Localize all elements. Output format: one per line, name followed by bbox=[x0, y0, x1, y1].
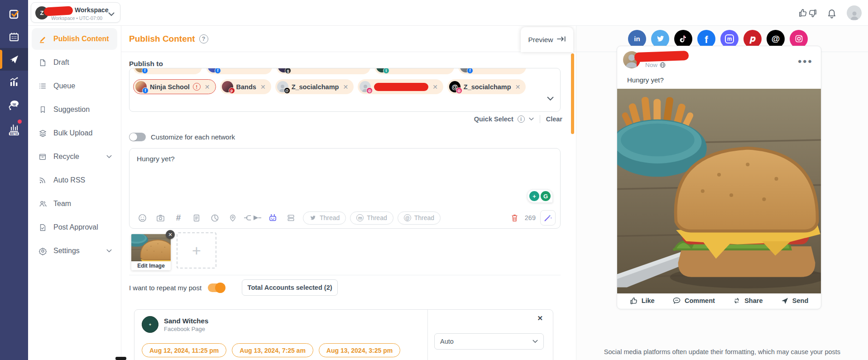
sidebar-item-post-approval[interactable]: Post Approval bbox=[32, 216, 117, 238]
hashtag-icon[interactable]: # bbox=[170, 210, 187, 226]
rail-item-compose[interactable] bbox=[0, 3, 28, 25]
threads-thread-button[interactable]: @ Thread bbox=[398, 211, 441, 225]
help-icon[interactable]: ? bbox=[199, 34, 208, 43]
remove-account-icon[interactable]: ✕ bbox=[432, 83, 439, 91]
camera-icon[interactable] bbox=[152, 210, 168, 226]
sidebar-item-suggestion[interactable]: Suggestion bbox=[32, 99, 117, 120]
rss-icon bbox=[38, 176, 47, 184]
sidebar-item-draft[interactable]: Draft bbox=[32, 52, 117, 73]
sidebar-item-publish-content[interactable]: Publish Content bbox=[32, 28, 117, 50]
platform-tab-mastodon[interactable]: m bbox=[720, 30, 739, 48]
customize-toggle[interactable] bbox=[129, 133, 146, 141]
composer-textarea[interactable]: Hungry yet? bbox=[137, 155, 528, 182]
twitter-thread-button[interactable]: Thread bbox=[303, 211, 346, 225]
like-button[interactable]: Like bbox=[630, 297, 655, 305]
platform-tab-facebook[interactable]: f bbox=[697, 30, 715, 48]
sidebar-item-auto-rss[interactable]: Auto RSS bbox=[32, 169, 117, 191]
remove-image-icon[interactable]: ✕ bbox=[166, 230, 175, 239]
location-pin-icon[interactable] bbox=[225, 210, 241, 226]
edit-image-label[interactable]: Edit Image bbox=[131, 261, 171, 270]
attached-image-thumbnail[interactable]: Edit Image ✕ bbox=[131, 234, 171, 270]
schedule-mode-select[interactable]: Auto bbox=[434, 333, 544, 350]
sidebar-item-settings[interactable]: Settings bbox=[32, 240, 117, 262]
schedule-date-chip[interactable]: Aug 13, 2024, 7:25 am bbox=[232, 343, 313, 357]
quick-select-label[interactable]: Quick Select bbox=[474, 115, 513, 123]
remove-account-icon[interactable]: ✕ bbox=[204, 83, 211, 91]
instagram-icon bbox=[794, 34, 804, 43]
user-avatar[interactable] bbox=[847, 5, 862, 20]
schedule-date-chip[interactable]: Aug 13, 2024, 3:25 pm bbox=[319, 343, 400, 357]
account-chip-partial[interactable]: f bbox=[206, 68, 272, 74]
ai-wand-button[interactable] bbox=[540, 210, 556, 226]
rail-item-publish[interactable] bbox=[0, 48, 28, 71]
emoji-icon[interactable] bbox=[134, 210, 150, 226]
account-chip-label: Z_socialchamp bbox=[292, 83, 339, 91]
utm-link-icon[interactable] bbox=[243, 210, 263, 226]
paper-plane-icon bbox=[9, 54, 19, 65]
platform-tab-instagram[interactable] bbox=[790, 30, 808, 48]
chevron-down-icon[interactable] bbox=[529, 117, 534, 121]
account-chip-redacted[interactable]: ◎ ✕ bbox=[358, 79, 443, 94]
account-chip-partial[interactable]: f bbox=[458, 68, 526, 74]
schedule-date-chip[interactable]: Aug 12, 2024, 11:25 pm bbox=[142, 343, 226, 357]
remove-account-icon[interactable]: ✕ bbox=[259, 83, 267, 91]
sidebar-item-queue[interactable]: Queue bbox=[32, 75, 117, 97]
thread-button-label: Thread bbox=[367, 214, 387, 221]
compose-checkbox-icon bbox=[8, 8, 20, 20]
account-chip-partial[interactable]: g bbox=[276, 68, 370, 74]
comment-button[interactable]: Comment bbox=[672, 297, 715, 305]
sidebar-item-team[interactable]: Team bbox=[32, 193, 117, 215]
document-check-icon bbox=[38, 223, 47, 232]
notes-icon[interactable] bbox=[188, 210, 205, 226]
post-options-icon[interactable]: ●●● bbox=[798, 57, 813, 65]
trash-icon[interactable] bbox=[509, 210, 520, 226]
platform-tab-pinterest[interactable]: 𝒑 bbox=[743, 30, 762, 48]
account-chip-z-socialchamp-instagram[interactable]: @◎ Z_socialchamp ✕ bbox=[447, 79, 526, 94]
platform-tab-twitter[interactable] bbox=[651, 30, 669, 48]
warning-icon[interactable]: ! bbox=[193, 83, 201, 91]
remove-account-icon[interactable]: ✕ bbox=[342, 83, 349, 91]
account-chip-bands[interactable]: p Bands ✕ bbox=[220, 79, 271, 94]
preview-button[interactable]: Preview bbox=[521, 27, 573, 52]
expand-accounts-chevron-icon[interactable] bbox=[547, 95, 554, 103]
pie-chart-icon[interactable] bbox=[206, 210, 223, 226]
mastodon-thread-button[interactable]: m Thread bbox=[350, 211, 393, 225]
rail-item-engage[interactable] bbox=[0, 93, 28, 116]
share-button[interactable]: Share bbox=[733, 297, 762, 305]
platform-tab-tiktok[interactable] bbox=[674, 30, 692, 48]
workspace-title: Workspace bbox=[75, 6, 108, 14]
grammarly-widget[interactable]: + G bbox=[527, 189, 553, 203]
platform-tab-threads[interactable]: @ bbox=[767, 30, 785, 48]
add-media-button[interactable]: + bbox=[177, 232, 216, 269]
sidebar-item-recycle[interactable]: Recycle bbox=[32, 146, 117, 168]
platform-tab-linkedin[interactable]: in bbox=[628, 30, 646, 48]
rail-item-calendar[interactable] bbox=[0, 25, 28, 48]
account-chip-partial[interactable]: t bbox=[374, 68, 454, 74]
clear-button[interactable]: Clear bbox=[546, 115, 562, 123]
workspace-selector[interactable]: Z Workspace Workspace • UTC-07:00 bbox=[31, 2, 120, 23]
rows-icon[interactable] bbox=[283, 210, 299, 226]
feedback-thumbs-icon[interactable] bbox=[799, 8, 817, 18]
account-avatar: p bbox=[222, 81, 233, 92]
remove-schedule-icon[interactable]: ✕ bbox=[537, 314, 543, 322]
preview-button-label: Preview bbox=[528, 36, 553, 44]
account-chip-ninja-school[interactable]: f Ninja School ! ✕ bbox=[133, 79, 216, 94]
main-scrollbar-thumb[interactable] bbox=[571, 53, 574, 134]
rail-item-reports-beta[interactable]: BETA bbox=[0, 116, 28, 139]
scrollbar-thumb[interactable] bbox=[115, 357, 126, 360]
publish-to-box: f f g t f f Ninja School ! ✕ p Bands ✕ @… bbox=[129, 68, 561, 112]
info-icon[interactable]: i bbox=[518, 115, 525, 123]
composer-box: Hungry yet? + G # Thread m Thread @ bbox=[129, 148, 561, 229]
bell-icon[interactable] bbox=[827, 8, 837, 19]
send-button[interactable]: Send bbox=[781, 297, 808, 305]
repeat-post-row: I want to repeat my post Total Accounts … bbox=[129, 279, 338, 296]
account-chip-z-socialchamp-threads[interactable]: @ Z_socialchamp ✕ bbox=[275, 79, 354, 94]
sidebar-item-label: Post Approval bbox=[53, 223, 98, 231]
ai-robot-icon[interactable] bbox=[264, 210, 281, 226]
rail-item-analytics[interactable] bbox=[0, 71, 28, 93]
sidebar-item-bulk-upload[interactable]: Bulk Upload bbox=[32, 122, 117, 144]
remove-account-icon[interactable]: ✕ bbox=[514, 83, 522, 91]
total-accounts-button[interactable]: Total Accounts selected (2) bbox=[242, 279, 338, 296]
account-chip-partial[interactable]: f bbox=[133, 68, 202, 74]
repeat-post-toggle[interactable] bbox=[208, 283, 225, 292]
